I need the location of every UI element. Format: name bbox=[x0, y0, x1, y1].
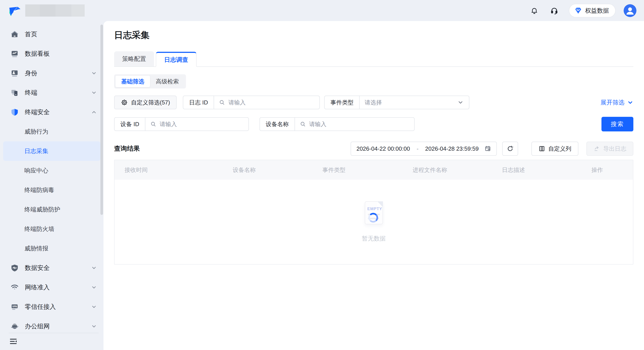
chevron-down-icon bbox=[91, 265, 97, 271]
redacted-brand-name bbox=[25, 4, 85, 16]
device-id-placeholder: 请输入 bbox=[160, 120, 177, 128]
table-body: EMPTY 暂无数据 bbox=[114, 180, 633, 264]
customize-columns-button[interactable]: 自定义列 bbox=[532, 142, 578, 156]
sidebar-item-data-security[interactable]: 数据安全 bbox=[0, 258, 104, 278]
identity-card-icon bbox=[10, 69, 19, 77]
gear-icon bbox=[121, 99, 128, 106]
topbar-actions: 权益数据 bbox=[530, 4, 636, 17]
headset-icon bbox=[550, 6, 558, 15]
sidebar-subitem-label: 终端防病毒 bbox=[24, 186, 54, 194]
results-title: 查询结果 bbox=[114, 144, 140, 153]
sidebar-subitem-log-collection[interactable]: 日志采集 bbox=[3, 141, 100, 161]
sidebar-subitem-label: 终端防火墙 bbox=[24, 225, 54, 233]
sidebar: 首页 数据看板 身份 终端 终端安全 威胁行为 bbox=[0, 21, 104, 350]
sidebar-item-terminal[interactable]: 终端 bbox=[0, 83, 104, 102]
chevron-down-icon bbox=[91, 324, 97, 329]
device-id-label: 设备 ID bbox=[114, 118, 146, 131]
sidebar-item-label: 终端 bbox=[25, 88, 37, 97]
filter-mode-basic[interactable]: 基础筛选 bbox=[116, 76, 150, 87]
home-icon bbox=[10, 30, 19, 38]
support-button[interactable] bbox=[549, 6, 559, 15]
sidebar-item-identity[interactable]: 身份 bbox=[0, 63, 104, 83]
log-id-input[interactable]: 请输入 bbox=[214, 96, 319, 109]
sidebar-item-label: 终端安全 bbox=[25, 108, 50, 116]
column-header-receive-time: 接收时间 bbox=[114, 166, 223, 174]
event-type-label: 事件类型 bbox=[325, 96, 360, 109]
sidebar-item-home[interactable]: 首页 bbox=[0, 24, 104, 44]
device-name-input[interactable]: 请输入 bbox=[295, 118, 414, 131]
date-range-picker[interactable]: 2026-04-22 00:00:00 - 2026-04-28 23:59:5… bbox=[350, 142, 497, 156]
sidebar-subitem-threat-behavior[interactable]: 威胁行为 bbox=[3, 122, 100, 141]
tab-policy-config[interactable]: 策略配置 bbox=[114, 51, 154, 66]
device-id-filter: 设备 ID 请输入 bbox=[114, 117, 249, 131]
custom-filter-button[interactable]: 自定义筛选(57) bbox=[114, 96, 176, 109]
sidebar-item-label: 零信任接入 bbox=[25, 303, 56, 311]
sidebar-item-label: 首页 bbox=[25, 30, 37, 38]
data-security-shield-icon bbox=[10, 264, 19, 272]
bell-icon bbox=[530, 6, 538, 15]
table-header-row: 接收时间 设备名称 事件类型 进程文件名称 日志描述 操作 bbox=[114, 160, 633, 180]
dashboard-icon bbox=[10, 50, 19, 58]
page-title: 日志采集 bbox=[114, 29, 633, 41]
devices-icon bbox=[10, 88, 19, 97]
customize-columns-label: 自定义列 bbox=[548, 145, 571, 153]
date-range-separator: - bbox=[417, 145, 418, 152]
sidebar-item-label: 身份 bbox=[25, 69, 37, 77]
date-range-start: 2026-04-22 00:00:00 bbox=[356, 145, 410, 152]
custom-filter-label: 自定义筛选(57) bbox=[131, 99, 170, 106]
filter-mode-advanced[interactable]: 高级检索 bbox=[150, 76, 184, 87]
sidebar-item-endpoint-security[interactable]: 终端安全 bbox=[0, 102, 104, 122]
calendar-icon bbox=[484, 145, 491, 152]
sidebar-item-dashboard[interactable]: 数据看板 bbox=[0, 44, 104, 63]
log-id-placeholder: 请输入 bbox=[228, 99, 246, 106]
event-type-select[interactable]: 请选择 bbox=[360, 96, 458, 109]
date-range-end: 2026-04-28 23:59:59 bbox=[425, 145, 479, 152]
empty-state: EMPTY 暂无数据 bbox=[362, 201, 386, 242]
notifications-button[interactable] bbox=[530, 6, 539, 15]
search-icon bbox=[150, 121, 156, 127]
svg-text:VPN: VPN bbox=[12, 305, 17, 308]
filter-row-2: 设备 ID 请输入 设备名称 请输入 搜索 bbox=[114, 117, 633, 131]
column-header-log-description: 日志描述 bbox=[492, 166, 582, 174]
device-name-placeholder: 请输入 bbox=[309, 120, 326, 128]
benefits-data-button[interactable]: 权益数据 bbox=[569, 4, 616, 17]
sidebar-subitem-endpoint-firewall[interactable]: 终端防火墙 bbox=[3, 219, 100, 239]
filter-mode-label: 基础筛选 bbox=[121, 78, 144, 85]
sidebar-item-label: 数据看板 bbox=[25, 50, 50, 58]
columns-icon bbox=[538, 145, 545, 152]
sidebar-item-label: 数据安全 bbox=[25, 264, 50, 272]
sidebar-subitem-response-center[interactable]: 响应中心 bbox=[3, 161, 100, 180]
chevron-down-icon bbox=[458, 96, 469, 109]
sidebar-subitem-threat-intelligence[interactable]: 威胁情报 bbox=[3, 239, 100, 258]
sidebar-subitem-label: 威胁行为 bbox=[24, 128, 48, 136]
app-logo-icon[interactable] bbox=[8, 3, 22, 18]
sidebar-item-label: 办公组网 bbox=[25, 322, 50, 331]
wifi-icon bbox=[10, 283, 19, 292]
search-button[interactable]: 搜索 bbox=[602, 117, 633, 131]
sidebar-scrollbar[interactable] bbox=[100, 24, 103, 215]
endpoint-security-shield-icon bbox=[10, 108, 19, 116]
export-logs-button[interactable]: 导出日志 bbox=[586, 142, 633, 156]
sidebar-subitem-endpoint-threat-protection[interactable]: 终端威胁防护 bbox=[3, 200, 100, 219]
filter-mode-switch: 基础筛选 高级检索 bbox=[114, 74, 186, 88]
refresh-button[interactable] bbox=[502, 142, 518, 156]
main-content: 日志采集 策略配置 日志调查 基础筛选 高级检索 自定义筛选(57) bbox=[104, 21, 644, 350]
device-id-input[interactable]: 请输入 bbox=[146, 118, 248, 131]
event-type-placeholder: 请选择 bbox=[364, 99, 382, 106]
device-name-filter: 设备名称 请输入 bbox=[260, 117, 415, 131]
sidebar-item-label: 网络准入 bbox=[25, 283, 50, 292]
search-button-label: 搜索 bbox=[611, 120, 624, 128]
sidebar-item-zero-trust[interactable]: VPN 零信任接入 bbox=[0, 297, 104, 317]
user-avatar[interactable] bbox=[624, 4, 636, 17]
filter-mode-label: 高级检索 bbox=[156, 78, 179, 85]
tab-label: 策略配置 bbox=[122, 55, 146, 63]
collapse-sidebar-icon[interactable] bbox=[9, 337, 18, 346]
tab-log-investigation[interactable]: 日志调查 bbox=[156, 52, 196, 67]
refresh-icon bbox=[506, 145, 514, 152]
chevron-up-icon bbox=[91, 109, 97, 115]
search-icon bbox=[300, 121, 306, 127]
expand-filters-link[interactable]: 展开筛选 bbox=[600, 98, 633, 106]
sidebar-item-network-access[interactable]: 网络准入 bbox=[0, 278, 104, 297]
sidebar-subitem-label: 日志采集 bbox=[24, 147, 48, 155]
sidebar-subitem-endpoint-antivirus[interactable]: 终端防病毒 bbox=[3, 180, 100, 200]
